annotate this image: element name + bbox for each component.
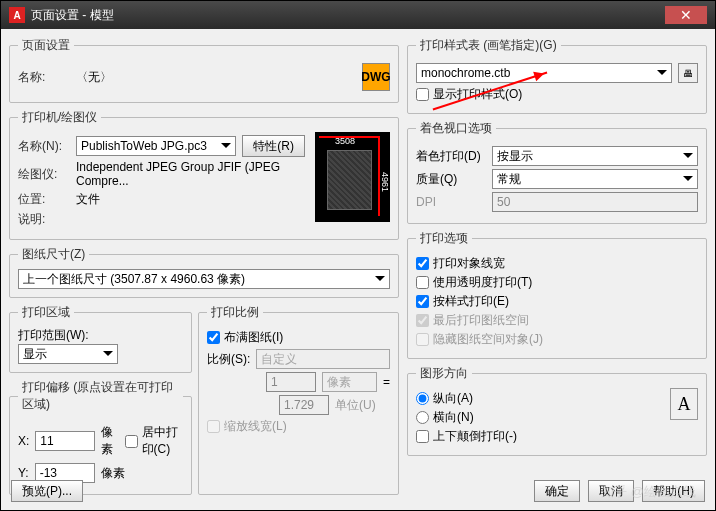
printer-name-label: 名称(N):: [18, 138, 70, 155]
plot-range-label: 打印范围(W):: [18, 327, 183, 344]
opt3-checkbox[interactable]: [416, 295, 429, 308]
portrait-radio[interactable]: [416, 392, 429, 405]
options-group: 打印选项 打印对象线宽 使用透明度打印(T) 按样式打印(E) 最后打印图纸空间…: [407, 230, 707, 359]
desc-label: 说明:: [18, 211, 70, 228]
style-table-legend: 打印样式表 (画笔指定)(G): [416, 37, 561, 54]
offset-x-unit: 像素: [101, 424, 118, 458]
preview-button[interactable]: 预览(P)...: [11, 480, 83, 502]
viewport-group: 着色视口选项 着色打印(D)按显示 质量(Q)常规 DPI: [407, 120, 707, 224]
show-styles-checkbox[interactable]: [416, 88, 429, 101]
printer-group: 打印机/绘图仪 名称(N): PublishToWeb JPG.pc3 特性(R…: [9, 109, 399, 240]
landscape-radio[interactable]: [416, 411, 429, 424]
options-legend: 打印选项: [416, 230, 472, 247]
opt3-label: 按样式打印(E): [433, 293, 509, 310]
properties-button[interactable]: 特性(R): [242, 135, 305, 157]
page-setup-legend: 页面设置: [18, 37, 74, 54]
lineweight-checkbox: [207, 420, 220, 433]
preview-width: 3508: [335, 136, 355, 146]
scale-den-input: [279, 395, 329, 415]
plot-area-legend: 打印区域: [18, 304, 74, 321]
opt1-label: 打印对象线宽: [433, 255, 505, 272]
page-setup-group: 页面设置 名称: 〈无〉 DWG: [9, 37, 399, 103]
opt5-label: 隐藏图纸空间对象(J): [433, 331, 543, 348]
quality-select[interactable]: 常规: [492, 169, 698, 189]
scale-group: 打印比例 布满图纸(I) 比例(S): 自定义 像素 = 单位(U) 缩放线宽(…: [198, 304, 399, 495]
offset-y-label: Y:: [18, 466, 29, 480]
orientation-group: 图形方向 纵向(A) 横向(N) 上下颠倒打印(-) A: [407, 365, 707, 456]
paper-size-group: 图纸尺寸(Z) 上一个图纸尺寸 (3507.87 x 4960.63 像素): [9, 246, 399, 298]
app-icon: A: [9, 7, 25, 23]
watermark: 知乎 @绘画点线: [601, 483, 696, 501]
plot-area-group: 打印区域 打印范围(W): 显示: [9, 304, 192, 373]
preview-height: 4961: [380, 172, 390, 192]
offset-x-label: X:: [18, 434, 29, 448]
opt4-label: 最后打印图纸空间: [433, 312, 529, 329]
opt2-label: 使用透明度打印(T): [433, 274, 532, 291]
lineweight-label: 缩放线宽(L): [224, 418, 287, 435]
plotter-label: 绘图仪:: [18, 166, 70, 183]
portrait-label: 纵向(A): [433, 390, 473, 407]
name-value: 〈无〉: [76, 69, 356, 86]
location-value: 文件: [76, 191, 100, 208]
printer-legend: 打印机/绘图仪: [18, 109, 101, 126]
opt5-checkbox: [416, 333, 429, 346]
dpi-label: DPI: [416, 195, 486, 209]
offset-group: 打印偏移 (原点设置在可打印区域) X: 像素 居中打印(C) Y: 像素: [9, 379, 192, 495]
scale-select: 自定义: [256, 349, 390, 369]
opt1-checkbox[interactable]: [416, 257, 429, 270]
paper-size-select[interactable]: 上一个图纸尺寸 (3507.87 x 4960.63 像素): [18, 269, 390, 289]
fit-label: 布满图纸(I): [224, 329, 283, 346]
scale-label: 比例(S):: [207, 351, 250, 368]
scale-num-input: [266, 372, 316, 392]
plotter-value: Independent JPEG Group JFIF (JPEG Compre…: [76, 160, 305, 188]
offset-y-unit: 像素: [101, 465, 125, 482]
opt4-checkbox: [416, 314, 429, 327]
fit-checkbox[interactable]: [207, 331, 220, 344]
center-label: 居中打印(C): [142, 424, 183, 458]
center-checkbox[interactable]: [125, 435, 138, 448]
equals: =: [383, 375, 390, 389]
titlebar: A 页面设置 - 模型 ✕: [1, 1, 715, 29]
printer-name-select[interactable]: PublishToWeb JPG.pc3: [76, 136, 236, 156]
close-button[interactable]: ✕: [665, 6, 707, 24]
plot-range-select[interactable]: 显示: [18, 344, 118, 364]
ok-button[interactable]: 确定: [534, 480, 580, 502]
upside-label: 上下颠倒打印(-): [433, 428, 517, 445]
viewport-legend: 着色视口选项: [416, 120, 496, 137]
orientation-legend: 图形方向: [416, 365, 472, 382]
orientation-icon: A: [670, 388, 698, 420]
landscape-label: 横向(N): [433, 409, 474, 426]
scale-legend: 打印比例: [207, 304, 263, 321]
paper-size-legend: 图纸尺寸(Z): [18, 246, 89, 263]
shade-label: 着色打印(D): [416, 148, 486, 165]
offset-legend: 打印偏移 (原点设置在可打印区域): [18, 379, 183, 413]
window-title: 页面设置 - 模型: [31, 7, 665, 24]
scale-num-unit: 像素: [322, 372, 377, 392]
quality-label: 质量(Q): [416, 171, 486, 188]
shade-select[interactable]: 按显示: [492, 146, 698, 166]
upside-checkbox[interactable]: [416, 430, 429, 443]
scale-den-unit: 单位(U): [335, 397, 390, 414]
paper-preview: 3508 4961: [315, 132, 390, 222]
offset-x-input[interactable]: [35, 431, 95, 451]
name-label: 名称:: [18, 69, 70, 86]
dwg-icon: DWG: [362, 63, 390, 91]
dpi-input: [492, 192, 698, 212]
location-label: 位置:: [18, 191, 70, 208]
opt2-checkbox[interactable]: [416, 276, 429, 289]
style-edit-icon[interactable]: 🖶: [678, 63, 698, 83]
